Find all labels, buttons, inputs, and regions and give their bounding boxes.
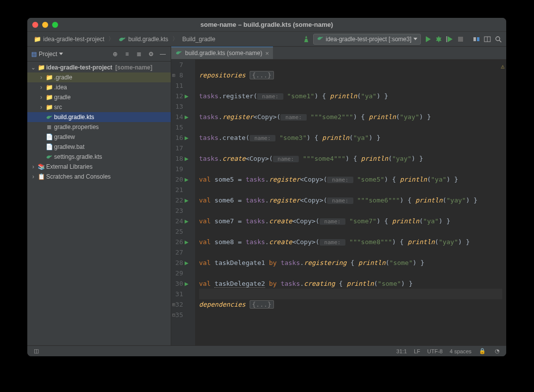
gutter-line[interactable]: 31 [171,289,193,299]
fold-icon[interactable]: ⊞ [172,299,175,310]
run-config-selector[interactable]: idea-gradle-test-project [:some3] [313,34,421,45]
hide-panel-icon[interactable]: — [159,50,167,58]
tree-item[interactable]: ›📚External Libraries [27,162,171,172]
code-line[interactable] [199,101,502,112]
code-line[interactable] [199,122,502,132]
gutter-line[interactable]: 7 [171,60,193,70]
code-line[interactable] [199,310,502,320]
expand-all-icon[interactable]: ≡ [123,50,131,58]
code-line[interactable] [199,289,502,299]
run-gutter-icon[interactable]: ▶ [183,195,190,205]
minimize-window-button[interactable] [42,22,48,28]
gutter-line[interactable]: 14▶ [171,112,193,122]
gutter-line[interactable]: ⊟35 [171,310,193,320]
code-line[interactable]: tasks.register( name: "some1") { println… [199,91,502,101]
run-gutter-icon[interactable]: ▶ [183,153,190,164]
code-area[interactable]: ⚠ repositories {...}tasks.register( name… [195,60,506,345]
tree-arrow-icon[interactable]: ⌄ [30,64,36,71]
code-line[interactable]: val taskDelegate2 by tasks.creating { pr… [199,278,502,289]
gutter-line[interactable]: 22▶ [171,195,193,205]
gutter-line[interactable]: 17 [171,143,193,153]
close-window-button[interactable] [32,22,38,28]
search-icon[interactable] [494,35,502,43]
code-line[interactable]: val some5 = tasks.register<Copy>( name: … [199,174,502,185]
code-line[interactable]: val some7 = tasks.create<Copy>( name: "s… [199,216,502,226]
tree-item[interactable]: ›📁.idea [27,82,171,92]
tree-arrow-icon[interactable]: › [38,104,44,111]
gutter-line[interactable]: 25 [171,226,193,237]
code-line[interactable]: val some8 = tasks.create<Copy>( name: ""… [199,237,502,247]
tool-windows-icon[interactable]: ◫ [32,347,40,355]
project-tree[interactable]: ⌄📁idea-gradle-test-project[some-name]›📁.… [27,62,171,345]
code-line[interactable] [199,164,502,174]
tree-arrow-icon[interactable]: › [38,84,44,91]
code-line[interactable] [199,185,502,195]
close-tab-icon[interactable]: × [265,50,269,57]
run-gutter-icon[interactable]: ▶ [183,91,190,101]
code-line[interactable]: val some6 = tasks.register<Copy>( name: … [199,195,502,205]
tree-item[interactable]: ›📁.gradle [27,72,171,82]
gutter-line[interactable]: 27 [171,247,193,258]
inspection-profile-icon[interactable]: ◔ [493,347,501,355]
debug-button[interactable] [435,35,443,43]
gutter-line[interactable]: 24▶ [171,216,193,226]
code-line[interactable]: dependencies {...} [199,299,502,310]
run-gutter-icon[interactable]: ▶ [183,258,190,268]
project-view-selector[interactable]: ▤ Project [31,51,63,58]
run-gutter-icon[interactable]: ▶ [183,278,190,289]
tree-item[interactable]: ≣gradle.properties [27,122,171,132]
maximize-window-button[interactable] [52,22,58,28]
fold-icon[interactable]: ⊟ [172,310,175,320]
code-line[interactable] [199,205,502,216]
build-icon[interactable] [302,35,310,43]
tree-arrow-icon[interactable]: › [38,94,44,101]
gutter-line[interactable]: 23 [171,205,193,216]
gutter-line[interactable]: 15 [171,122,193,132]
tree-arrow-icon[interactable]: › [30,173,36,180]
gutter[interactable]: 7⊞81112▶1314▶1516▶1718▶1920▶2122▶2324▶25… [171,60,195,345]
stop-button[interactable] [457,35,465,43]
run-gutter-icon[interactable]: ▶ [183,112,190,122]
file-encoding[interactable]: UTF-8 [427,348,443,354]
gutter-line[interactable]: 29 [171,268,193,278]
split-icon[interactable] [483,35,491,43]
fold-icon[interactable]: ⊞ [172,70,175,80]
settings-icon[interactable]: ⚙ [147,50,155,58]
breadcrumb-context[interactable]: Build_gradle [180,35,217,44]
tree-item[interactable]: ›📁src [27,102,171,112]
coverage-button[interactable] [446,35,454,43]
gutter-line[interactable]: 13 [171,101,193,112]
readonly-lock-icon[interactable]: 🔒 [478,347,486,355]
breadcrumb-item-project[interactable]: 📁 idea-gradle-test-project [31,35,106,44]
code-line[interactable] [199,143,502,153]
code-line[interactable] [199,247,502,258]
run-gutter-icon[interactable]: ▶ [183,216,190,226]
tree-item[interactable]: ⌄📁idea-gradle-test-project[some-name] [27,63,171,72]
gutter-line[interactable]: 28▶ [171,258,193,268]
select-open-file-icon[interactable]: ⊕ [111,50,119,58]
tree-item[interactable]: ›📁gradle [27,92,171,102]
tree-item[interactable]: 📄gradlew.bat [27,142,171,152]
tree-arrow-icon[interactable]: › [30,163,36,170]
code-line[interactable]: tasks.create<Copy>( name: """some4""") {… [199,153,502,164]
gutter-line[interactable]: 16▶ [171,132,193,143]
gutter-line[interactable]: 26▶ [171,237,193,247]
code-line[interactable]: tasks.register<Copy>( name: """some2""")… [199,112,502,122]
namespace-icon[interactable] [472,35,480,43]
code-line[interactable] [199,226,502,237]
editor-tab[interactable]: build.gradle.kts (some-name) × [171,47,273,59]
tree-arrow-icon[interactable]: › [38,74,44,81]
gutter-line[interactable]: 19 [171,164,193,174]
run-gutter-icon[interactable]: ▶ [183,174,190,185]
run-button[interactable] [424,35,432,43]
line-separator[interactable]: LF [414,348,420,354]
caret-position[interactable]: 31:1 [397,348,407,354]
gutter-line[interactable]: ⊞8 [171,70,193,80]
run-gutter-icon[interactable]: ▶ [183,237,190,247]
gutter-line[interactable]: 30▶ [171,278,193,289]
collapse-all-icon[interactable]: ≣ [135,50,143,58]
run-gutter-icon[interactable]: ▶ [183,132,190,143]
gutter-line[interactable]: ⊞32 [171,299,193,310]
code-line[interactable] [199,60,502,70]
indent-setting[interactable]: 4 spaces [450,348,471,354]
